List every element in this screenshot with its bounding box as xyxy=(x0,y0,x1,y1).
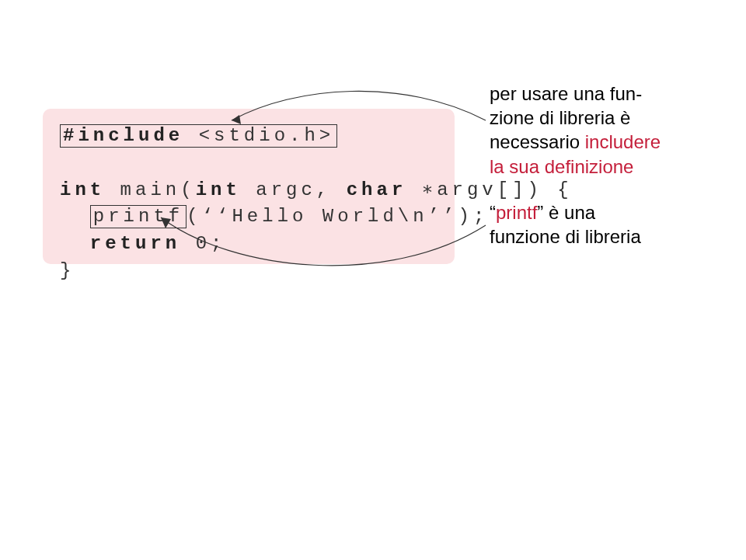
kw-include: #include xyxy=(63,125,183,146)
annot1-line3: necessario includere xyxy=(490,130,723,154)
code-line-blank xyxy=(60,150,437,177)
annot1-t3b: includere xyxy=(585,131,661,152)
code-line-printf: printf(‘‘Hello World\n’’); xyxy=(60,203,437,231)
main-end: ∗argv[]) { xyxy=(406,179,572,200)
annot1-line4: la sua definizione xyxy=(490,155,723,179)
code-line-return: return 0; xyxy=(60,231,437,258)
code-line-include: #include <stdio.h> xyxy=(60,123,437,150)
code-line-main: int main(int argc, char ∗argv[]) { xyxy=(60,177,437,204)
kw-int2: int xyxy=(196,179,241,200)
kw-return: return xyxy=(90,233,180,254)
code-line-close: } xyxy=(60,258,437,285)
annot1-line2: zione di libreria è xyxy=(490,106,723,130)
annot2-line2: funzione di libreria xyxy=(490,224,723,249)
annot1-line1: per usare una fun- xyxy=(490,82,723,106)
printf-box: printf xyxy=(90,205,186,228)
kw-char: char xyxy=(347,179,407,200)
annot1-t3a: necessario xyxy=(490,131,585,152)
include-directive-box: #include <stdio.h> xyxy=(60,124,337,148)
kw-int: int xyxy=(60,179,105,200)
annot2-rest1: ” è una xyxy=(537,202,595,223)
main-argc: argc, xyxy=(241,179,347,200)
slide-container: #include <stdio.h> int main(int argc, ch… xyxy=(0,0,746,560)
code-block: #include <stdio.h> int main(int argc, ch… xyxy=(43,109,455,264)
annotation-include: per usare una fun- zione di libreria è n… xyxy=(490,82,723,179)
printf-name: printf xyxy=(93,206,183,227)
printf-rest: (‘‘Hello World\n’’); xyxy=(186,206,488,227)
include-header: <stdio.h> xyxy=(199,125,335,146)
annot2-quote-open: “ xyxy=(490,202,496,223)
annotation-printf: “printf” è una funzione di libreria xyxy=(490,200,723,249)
annot2-line1: “printf” è una xyxy=(490,200,723,224)
annot2-printf-word: printf xyxy=(496,202,537,223)
return-rest: 0; xyxy=(180,233,225,254)
main-mid: main( xyxy=(105,179,195,200)
